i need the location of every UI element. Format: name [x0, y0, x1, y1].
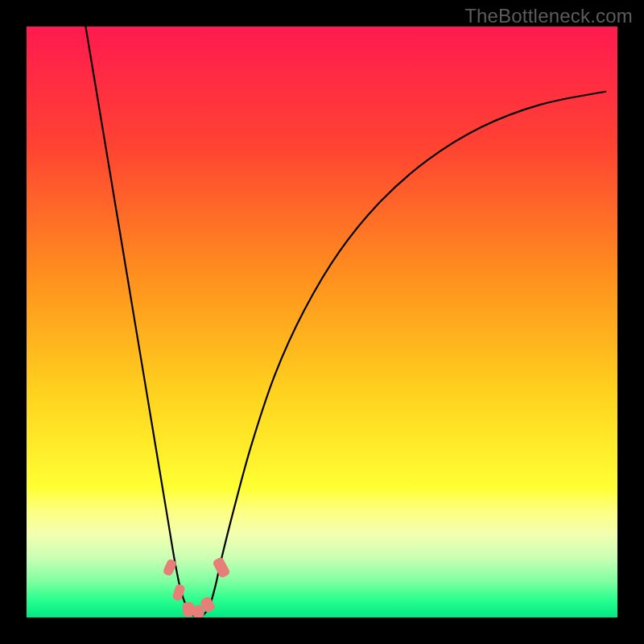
plot-area — [27, 27, 617, 617]
bottleneck-curve — [85, 27, 605, 617]
chart-frame: TheBottleneck.com — [0, 0, 644, 644]
curve-layer — [27, 27, 617, 617]
watermark-text: TheBottleneck.com — [464, 5, 633, 27]
